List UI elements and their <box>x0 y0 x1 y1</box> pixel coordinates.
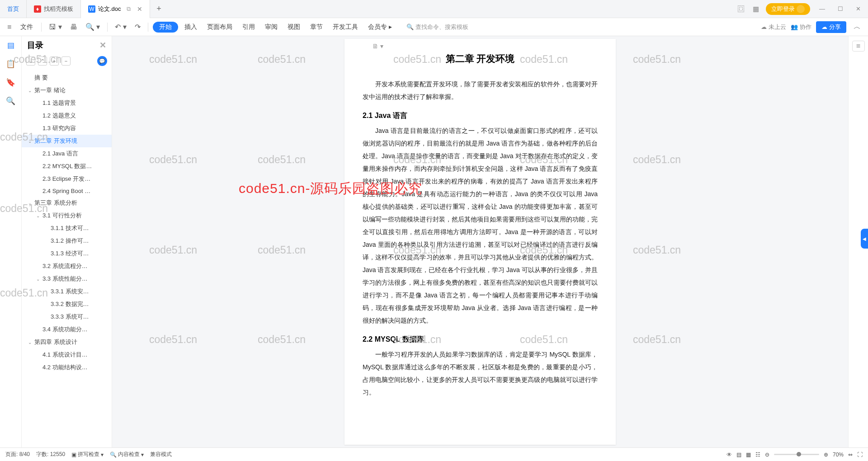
redo-icon[interactable]: ↷ <box>132 21 143 33</box>
print-icon[interactable]: 🖶 <box>67 21 80 33</box>
tab-chapter[interactable]: 章节 <box>307 21 326 33</box>
duplicate-icon[interactable]: ⧉ <box>127 5 131 13</box>
collapse-ribbon-icon[interactable]: ︿ <box>851 20 863 33</box>
hamburger-icon[interactable]: ≡ <box>5 21 14 33</box>
tab-start[interactable]: 开始 <box>153 22 178 33</box>
tab-home[interactable]: 首页 <box>0 0 27 18</box>
command-search[interactable]: 🔍 查找命令、搜索模板 <box>406 23 468 31</box>
cloud-status[interactable]: ☁ 未上云 <box>761 23 786 31</box>
preview-icon[interactable]: 🔍 ▾ <box>83 21 103 33</box>
close-window-button[interactable]: ✕ <box>852 5 864 12</box>
tab-review[interactable]: 审阅 <box>261 21 281 33</box>
apps-icon[interactable]: ▦ <box>751 5 760 13</box>
undo-icon[interactable]: ↶ ▾ <box>112 21 129 33</box>
maximize-button[interactable]: ☐ <box>834 5 847 12</box>
tab-template[interactable]: ♦ 找稻壳模板 <box>27 0 81 18</box>
fire-icon: ♦ <box>34 5 41 13</box>
tab-dev[interactable]: 开发工具 <box>329 21 362 33</box>
tab-member[interactable]: 会员专 ▸ <box>364 21 396 33</box>
layout-icon[interactable]: ⿴ <box>736 5 746 13</box>
tab-reference[interactable]: 引用 <box>239 21 259 33</box>
share-button[interactable]: ☁ 分享 <box>816 21 846 33</box>
doc-icon: W <box>88 5 95 13</box>
tab-label: 论文.doc <box>98 5 121 13</box>
avatar-icon <box>797 5 805 13</box>
tab-document[interactable]: W 论文.doc ⧉ ✕ <box>81 0 150 18</box>
close-tab-icon[interactable]: ✕ <box>137 5 142 13</box>
tab-layout[interactable]: 页面布局 <box>203 21 236 33</box>
tab-label: 找稻壳模板 <box>44 5 73 13</box>
tab-view[interactable]: 视图 <box>284 21 304 33</box>
file-menu[interactable]: 文件 <box>17 21 37 33</box>
tab-insert[interactable]: 插入 <box>181 21 201 33</box>
login-button[interactable]: 立即登录 <box>766 3 810 15</box>
save-icon[interactable]: 🖫 ▾ <box>46 21 64 33</box>
collab-button[interactable]: 👥 协作 <box>791 23 811 31</box>
minimize-button[interactable]: — <box>816 5 829 12</box>
new-tab-button[interactable]: + <box>150 4 168 14</box>
